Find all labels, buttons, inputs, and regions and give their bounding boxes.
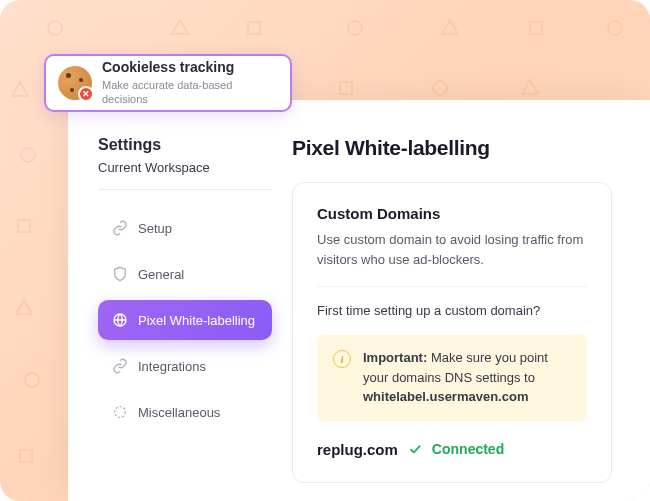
svg-point-6: [433, 81, 447, 95]
sidebar-item-label: General: [138, 267, 184, 282]
info-icon: [333, 350, 351, 368]
promo-title: Cookieless tracking: [102, 59, 278, 76]
domain-status: Connected: [432, 441, 504, 457]
dns-alert: Important: Make sure you point your doma…: [317, 334, 587, 421]
link-icon: [112, 220, 128, 236]
svg-rect-1: [248, 22, 260, 34]
check-icon: [408, 442, 422, 456]
sidebar-item-integrations[interactable]: Integrations: [98, 346, 272, 386]
svg-point-9: [25, 373, 39, 387]
sidebar: Settings Current Workspace Setup General: [98, 136, 272, 501]
domain-name: replug.com: [317, 441, 398, 458]
promo-subtitle: Make accurate data-based decisions: [102, 78, 278, 107]
svg-rect-5: [340, 82, 352, 94]
sidebar-title: Settings: [98, 136, 272, 154]
sidebar-subtitle: Current Workspace: [98, 160, 272, 190]
dashed-circle-icon: [112, 404, 128, 420]
sidebar-item-pixel-whitelabel[interactable]: Pixel White-labelling: [98, 300, 272, 340]
svg-point-7: [21, 148, 35, 162]
page-title: Pixel White-labelling: [292, 136, 650, 160]
cookie-blocked-icon: [58, 66, 92, 100]
sidebar-item-label: Pixel White-labelling: [138, 313, 255, 328]
svg-rect-3: [530, 22, 542, 34]
nav-list: Setup General Pixel White-labelling: [98, 208, 272, 432]
svg-rect-8: [18, 220, 30, 232]
shield-icon: [112, 266, 128, 282]
globe-icon: [112, 312, 128, 328]
svg-rect-10: [20, 450, 32, 462]
svg-point-4: [608, 21, 622, 35]
svg-point-0: [48, 21, 62, 35]
sidebar-item-general[interactable]: General: [98, 254, 272, 294]
sidebar-item-misc[interactable]: Miscellaneous: [98, 392, 272, 432]
alert-text: Important: Make sure you point your doma…: [363, 348, 571, 407]
sidebar-item-label: Setup: [138, 221, 172, 236]
link-icon: [112, 358, 128, 374]
svg-point-12: [115, 407, 126, 418]
blocked-badge-icon: [78, 86, 94, 102]
card-description: Use custom domain to avoid losing traffi…: [317, 230, 587, 287]
custom-domains-card: Custom Domains Use custom domain to avoi…: [292, 182, 612, 483]
setup-question: First time setting up a custom domain?: [317, 303, 587, 318]
sidebar-item-label: Miscellaneous: [138, 405, 220, 420]
sidebar-item-label: Integrations: [138, 359, 206, 374]
domain-row: replug.com Connected: [317, 441, 587, 458]
sidebar-item-setup[interactable]: Setup: [98, 208, 272, 248]
app-frame: Settings Current Workspace Setup General: [68, 100, 650, 501]
card-title: Custom Domains: [317, 205, 587, 222]
main-content: Pixel White-labelling Custom Domains Use…: [272, 136, 650, 501]
promo-banner: Cookieless tracking Make accurate data-b…: [44, 54, 292, 112]
svg-point-2: [348, 21, 362, 35]
